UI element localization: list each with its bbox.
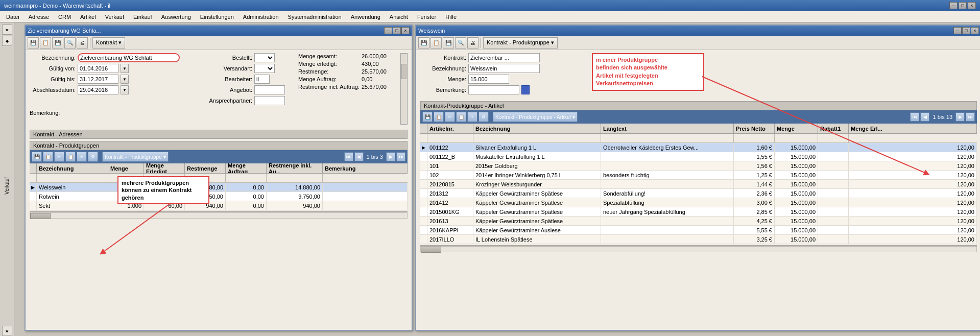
rw-toolbar-btn-search[interactable]: 🔍	[455, 37, 466, 49]
art-row-3[interactable]: 101 2015er Goldberg 1,56 € 15.000,00 120…	[420, 161, 977, 171]
menu-fenster[interactable]: Fenster	[413, 13, 440, 21]
pg-scrollbar-thumb[interactable]	[30, 213, 51, 219]
menu-artikel[interactable]: Artikel	[76, 13, 100, 21]
pg-row-2[interactable]: Rotwein 10.000 250,00 9.750,00 0,00 9.75…	[30, 192, 408, 201]
toolbar-btn-3[interactable]: 💾	[52, 37, 63, 49]
minimize-button[interactable]: –	[949, 2, 958, 9]
toolbar-btn-2[interactable]: 📋	[40, 37, 51, 49]
menu-hilfe[interactable]: Hilfe	[441, 13, 461, 21]
sidebar-icon-bottom[interactable]: ★	[2, 326, 12, 336]
pg-btn-6[interactable]: ⚙	[88, 152, 98, 162]
menu-datei[interactable]: Datei	[2, 13, 23, 21]
menu-administration[interactable]: Administration	[239, 13, 283, 21]
art-row-5-langtext	[601, 180, 734, 188]
art-row-6[interactable]: 201312 Käppeler Gewürztraminer Spätlese …	[420, 189, 977, 198]
pg-row-1[interactable]: ▶ Weisswein 15.000 120,00 14.880,00 0,00…	[30, 183, 408, 192]
rw-toolbar-btn-1[interactable]: 💾	[418, 37, 429, 49]
left-win-close[interactable]: ×	[401, 27, 410, 34]
bearbeiter-input[interactable]	[254, 75, 270, 84]
menu-ansicht[interactable]: Ansicht	[386, 13, 412, 21]
right-win-minimize[interactable]: –	[953, 27, 962, 34]
rw-toolbar-btn-3[interactable]: 💾	[443, 37, 454, 49]
rw-bezeichnung-input[interactable]	[468, 64, 540, 73]
art-hscrollbar[interactable]	[420, 245, 977, 252]
bezeichnung-input[interactable]	[78, 53, 180, 62]
art-btn-3[interactable]: ✂	[445, 112, 455, 122]
kontrakt-dropdown[interactable]: Kontrakt ▾	[92, 37, 125, 49]
pg-btn-5[interactable]: +	[77, 152, 87, 162]
menu-adresse[interactable]: Adresse	[25, 13, 53, 21]
art-btn-5[interactable]: +	[467, 112, 477, 122]
menu-auswertung[interactable]: Auswertung	[157, 13, 195, 21]
art-row-9[interactable]: 201613 Käppeler Gewürztraminer Spätlese …	[420, 217, 977, 226]
menu-systemadmin[interactable]: Systemadministration	[284, 13, 346, 21]
art-btn-1[interactable]: 💾	[422, 112, 433, 122]
abschluss-input[interactable]	[78, 85, 118, 94]
bestellt-dropdown[interactable]	[254, 53, 275, 62]
pg-kontrakt-dropdown[interactable]: Kontrakt - Produktgruppe ▾	[102, 152, 169, 162]
toolbar-btn-search[interactable]: 🔍	[64, 37, 76, 49]
rw-menge-input[interactable]	[468, 75, 509, 84]
pg-btn-3[interactable]: ✂	[54, 152, 64, 162]
abschluss-datepicker[interactable]: ▼	[121, 85, 129, 94]
menu-einkauf[interactable]: Einkauf	[129, 13, 156, 21]
art-row-10[interactable]: 2016KÄPPi Käppeler Gewürztraminer Ausles…	[420, 226, 977, 235]
left-win-minimize[interactable]: –	[384, 27, 392, 34]
gueltig-von-datepicker[interactable]: ▼	[121, 64, 129, 73]
menge-erledigt-value: 430,00	[362, 61, 379, 67]
menu-anwendung[interactable]: Anwendung	[347, 13, 385, 21]
pg-hscrollbar[interactable]	[30, 211, 408, 219]
pg-btn-2[interactable]: 📋	[43, 152, 53, 162]
rw-kontrakt-dropdown[interactable]: Kontrakt - Produktgruppe ▾	[483, 37, 558, 49]
pg-nav-last[interactable]: ⏭	[396, 152, 405, 161]
versandart-dropdown[interactable]	[254, 64, 275, 73]
art-btn-2[interactable]: 📋	[434, 112, 444, 122]
sidebar-icon-2[interactable]: ◆	[2, 36, 12, 46]
rw-toolbar-btn-print[interactable]: 🖨	[467, 37, 479, 49]
pg-btn-4[interactable]: 📋	[65, 152, 76, 162]
toolbar-btn-print[interactable]: 🖨	[77, 37, 88, 49]
angebot-input[interactable]	[254, 85, 285, 94]
right-win-maximize[interactable]: □	[962, 27, 970, 34]
gueltig-von-input[interactable]	[78, 64, 118, 73]
art-row-11[interactable]: 2017ILLO IL Lohenstein Spätlese 3,25 € 1…	[420, 235, 977, 244]
art-kontrakt-dropdown[interactable]: Kontrakt - Produktgruppe - Artikel ▾	[493, 112, 578, 122]
art-scrollbar-thumb[interactable]	[421, 247, 441, 253]
art-nav-next[interactable]: ▶	[955, 112, 965, 122]
art-row-4[interactable]: 102 2014er Ihringer Winklerberg 0,75 l b…	[420, 171, 977, 180]
art-row-9-menge: 15.000,00	[775, 217, 818, 225]
toolbar-btn-1[interactable]: 💾	[28, 37, 39, 49]
pg-nav-next[interactable]: ▶	[386, 152, 395, 161]
art-row-8[interactable]: 2015001KG Käppeler Gewürztraminer Spätle…	[420, 207, 977, 217]
art-btn-6[interactable]: ⚙	[479, 112, 489, 122]
sidebar-icon-1[interactable]: ★	[2, 25, 12, 35]
gueltig-bis-datepicker[interactable]: ▼	[121, 75, 129, 84]
art-row-2[interactable]: 001122_B Muskateller Extrafüllung 1 L 1,…	[420, 152, 977, 161]
close-button[interactable]: ×	[968, 2, 976, 9]
art-row-5[interactable]: 20120815 Krozinger Weissburgunder 1,44 €…	[420, 180, 977, 189]
gueltig-bis-input[interactable]	[78, 75, 118, 84]
art-row-1[interactable]: ▶ 001122 Silvaner Extrafüllung 1 L Oberr…	[420, 143, 977, 152]
art-nav-first[interactable]: ⏮	[910, 112, 919, 122]
right-win-close[interactable]: ×	[971, 27, 979, 34]
art-btn-4[interactable]: 📋	[456, 112, 466, 122]
art-col-artnr: Artikelnr.	[427, 124, 473, 133]
pg-btn-1[interactable]: 💾	[32, 152, 42, 162]
rw-kontrakt-input[interactable]	[468, 53, 540, 62]
menge-auftrag-row: Menge Auftrag: 0,00	[298, 76, 390, 82]
pg-row-3[interactable]: Sekt 1.000 60,00 940,00 0,00 940,00	[30, 201, 408, 210]
art-nav-prev[interactable]: ◀	[920, 112, 929, 122]
art-row-7[interactable]: 201412 Käppeler Gewürztraminer Spätlese …	[420, 198, 977, 207]
pg-nav-first[interactable]: ⏮	[344, 152, 353, 161]
rw-bemerkung-input[interactable]	[468, 85, 519, 94]
left-win-maximize[interactable]: □	[393, 27, 401, 34]
menu-verkauf[interactable]: Verkauf	[101, 13, 128, 21]
rw-toolbar-btn-2[interactable]: 📋	[431, 37, 442, 49]
menu-crm[interactable]: CRM	[54, 13, 75, 21]
art-nav-last[interactable]: ⏭	[966, 112, 975, 122]
art-col-menge: Menge	[775, 124, 818, 133]
pg-nav-prev[interactable]: ◀	[354, 152, 364, 161]
menu-einstellungen[interactable]: Einstellungen	[196, 13, 238, 21]
ansprechpartner-input[interactable]	[254, 96, 285, 105]
maximize-button[interactable]: □	[959, 2, 967, 9]
